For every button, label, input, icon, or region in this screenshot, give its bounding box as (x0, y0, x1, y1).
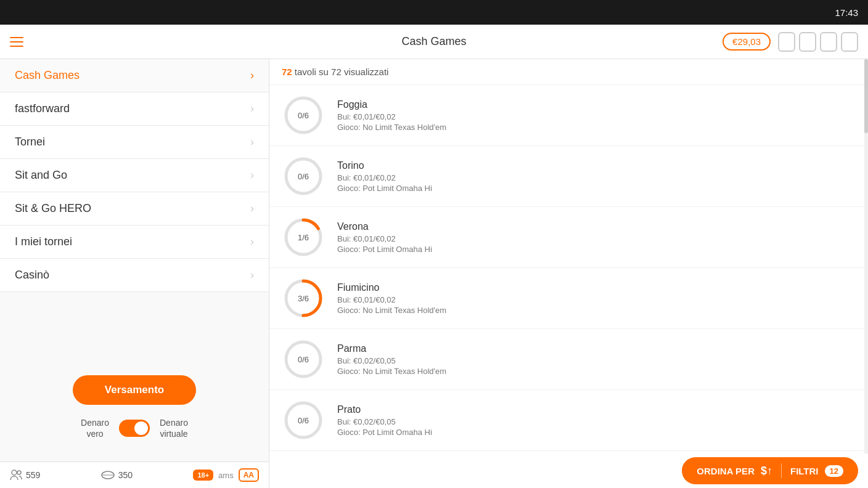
phone-icons (778, 32, 858, 52)
circle-progress: 0/6 (282, 155, 325, 198)
sidebar-item-sit-and-go-label: Sit and Go (15, 169, 67, 182)
circle-progress: 1/6 (282, 216, 325, 259)
table-name: Fiumicino (337, 282, 856, 293)
content-header: 72 tavoli su 72 visualizzati (269, 59, 868, 85)
content-area: 72 tavoli su 72 visualizzati 0/6 Foggia … (269, 59, 868, 488)
aa-badge: AA (239, 468, 259, 482)
table-bui: Bui: €0,01/€0,02 (337, 234, 856, 243)
sidebar-item-sit-go-hero-chevron: › (250, 202, 254, 215)
table-count-suffix: tavoli su 72 visualizzati (295, 67, 389, 77)
table-game: Gioco: No Limit Texas Hold'em (337, 367, 856, 376)
ordina-per-button[interactable]: ORDINA PER $↑ FILTRI 12 (682, 457, 858, 484)
toggle-left-label: Denarovero (81, 417, 109, 439)
sidebar-item-fastforward-label: fastforward (15, 102, 70, 115)
seats-label: 1/6 (298, 233, 309, 242)
svg-point-1 (17, 471, 21, 474)
sidebar-item-sit-go-hero-label: Sit & Go HERO (15, 202, 91, 215)
sidebar-item-sit-and-go[interactable]: Sit and Go › (0, 159, 269, 192)
header-title: Cash Games (401, 35, 466, 48)
table-row[interactable]: 0/6 Torino Bui: €0,01/€0,02 Gioco: Pot L… (269, 146, 868, 207)
table-name: Prato (337, 404, 856, 415)
table-bui: Bui: €0,01/€0,02 (337, 112, 856, 121)
phone-icon-1 (778, 32, 795, 52)
table-row[interactable]: 1/6 Verona Bui: €0,01/€0,02 Gioco: Pot L… (269, 207, 868, 268)
sidebar-item-fastforward-chevron: › (250, 102, 254, 115)
toggle-row: Denarovero Denarovirtuale (15, 417, 254, 439)
sidebar-item-tornei-label: Tornei (15, 136, 45, 148)
sidebar-item-tornei-chevron: › (250, 136, 254, 148)
phone-icon-4 (841, 32, 858, 52)
tables-stat: 350 (101, 470, 133, 480)
table-row[interactable]: 0/6 Foggia Bui: €0,01/€0,02 Gioco: No Li… (269, 85, 868, 146)
table-row[interactable]: 3/6 Fiumicino Bui: €0,01/€0,02 Gioco: No… (269, 268, 868, 329)
sidebar-footer: 559 350 18+ ams AA (0, 462, 269, 488)
table-list: 0/6 Foggia Bui: €0,01/€0,02 Gioco: No Li… (269, 85, 868, 488)
circle-progress: 0/6 (282, 399, 325, 442)
table-game: Gioco: No Limit Texas Hold'em (337, 123, 856, 132)
tables-icon (101, 470, 115, 480)
table-name: Foggia (337, 99, 856, 110)
seats-label: 0/6 (298, 111, 309, 120)
menu-button[interactable] (10, 37, 23, 47)
sidebar-item-i-miei-tornei[interactable]: I miei tornei › (0, 226, 269, 259)
players-icon (10, 470, 22, 481)
age-badge: 18+ (193, 470, 213, 481)
main-layout: Cash Games › fastforward › Tornei › Sit … (0, 59, 868, 488)
phone-icon-2 (799, 32, 816, 52)
versamento-button[interactable]: Versamento (73, 375, 196, 405)
balance-badge[interactable]: €29,03 (723, 33, 771, 51)
seats-label: 0/6 (298, 416, 309, 425)
table-info: Torino Bui: €0,01/€0,02 Gioco: Pot Limit… (337, 160, 856, 193)
action-bar: ORDINA PER $↑ FILTRI 12 (269, 453, 868, 488)
sidebar-item-casino-chevron: › (250, 269, 254, 282)
sidebar-item-sit-go-hero[interactable]: Sit & Go HERO › (0, 192, 269, 226)
footer-icons: 18+ ams AA (193, 468, 259, 482)
scrollbar-track[interactable] (864, 59, 868, 488)
table-game: Gioco: No Limit Texas Hold'em (337, 306, 856, 315)
table-bui: Bui: €0,02/€0,05 (337, 356, 856, 365)
sidebar-item-casino-label: Casinò (15, 269, 49, 282)
sidebar-item-sit-and-go-chevron: › (250, 169, 254, 182)
table-info: Parma Bui: €0,02/€0,05 Gioco: No Limit T… (337, 343, 856, 376)
sidebar-item-cash-games-chevron: › (250, 69, 254, 82)
table-info: Prato Bui: €0,02/€0,05 Gioco: Pot Limit … (337, 404, 856, 437)
table-name: Parma (337, 343, 856, 354)
sidebar-bottom: Versamento Denarovero Denarovirtuale (0, 363, 269, 462)
circle-progress: 3/6 (282, 277, 325, 320)
table-bui: Bui: €0,02/€0,05 (337, 417, 856, 426)
sidebar-item-i-miei-tornei-label: I miei tornei (15, 235, 72, 248)
table-bui: Bui: €0,01/€0,02 (337, 173, 856, 182)
ams-label: ams (218, 471, 234, 480)
table-info: Fiumicino Bui: €0,01/€0,02 Gioco: No Lim… (337, 282, 856, 315)
toggle-switch[interactable] (119, 420, 150, 437)
svg-point-0 (12, 470, 17, 475)
topbar: 17:43 (0, 0, 868, 25)
table-name: Verona (337, 221, 856, 232)
table-info: Foggia Bui: €0,01/€0,02 Gioco: No Limit … (337, 99, 856, 132)
sidebar-item-i-miei-tornei-chevron: › (250, 235, 254, 248)
table-game: Gioco: Pot Limit Omaha Hi (337, 245, 856, 254)
sidebar-item-casino[interactable]: Casinò › (0, 259, 269, 292)
table-info: Verona Bui: €0,01/€0,02 Gioco: Pot Limit… (337, 221, 856, 254)
tables-count: 350 (118, 470, 133, 480)
sidebar-item-cash-games[interactable]: Cash Games › (0, 59, 269, 92)
ordina-per-label: ORDINA PER (697, 466, 755, 476)
scrollbar-thumb[interactable] (864, 59, 868, 133)
table-game: Gioco: Pot Limit Omaha Hi (337, 428, 856, 437)
sidebar-item-tornei[interactable]: Tornei › (0, 126, 269, 159)
sidebar: Cash Games › fastforward › Tornei › Sit … (0, 59, 269, 488)
filtri-label: FILTRI (790, 466, 819, 476)
header-right: €29,03 (723, 32, 858, 52)
players-stat: 559 (10, 470, 40, 481)
table-name: Torino (337, 160, 856, 171)
ordina-divider (781, 463, 782, 478)
players-count: 559 (26, 470, 40, 480)
seats-label: 0/6 (298, 172, 309, 181)
sidebar-item-fastforward[interactable]: fastforward › (0, 92, 269, 126)
time-display: 17:43 (835, 7, 858, 18)
phone-icon-3 (820, 32, 837, 52)
table-row[interactable]: 0/6 Parma Bui: €0,02/€0,05 Gioco: No Lim… (269, 329, 868, 390)
table-row[interactable]: 0/6 Prato Bui: €0,02/€0,05 Gioco: Pot Li… (269, 390, 868, 451)
sort-icon: $↑ (761, 465, 772, 478)
circle-progress: 0/6 (282, 94, 325, 137)
